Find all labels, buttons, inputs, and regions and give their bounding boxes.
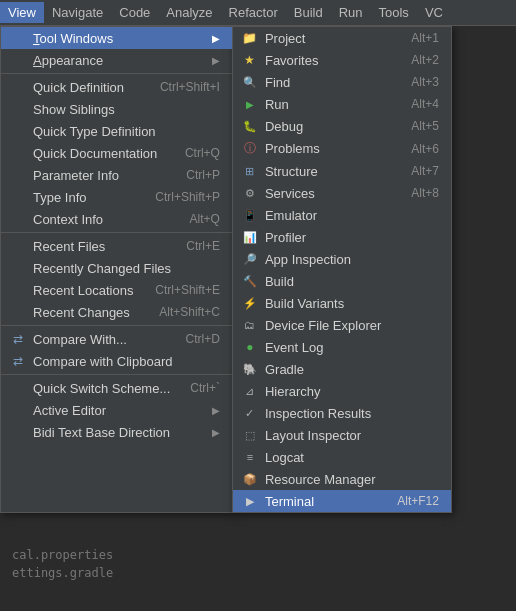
menu-item-active-editor[interactable]: Active Editor ▶	[1, 399, 232, 421]
menu-item-emulator[interactable]: 📱 Emulator	[233, 204, 451, 226]
menu-item-recent-files[interactable]: Recent Files Ctrl+E	[1, 235, 232, 257]
menu-item-show-siblings[interactable]: Show Siblings	[1, 98, 232, 120]
menu-item-problems[interactable]: ⓘ Problems Alt+6	[233, 137, 451, 160]
menu-item-app-inspection[interactable]: 🔎 App Inspection	[233, 248, 451, 270]
menu-item-layout-inspector[interactable]: ⬚ Layout Inspector	[233, 424, 451, 446]
menubar-item-vc[interactable]: VC	[417, 2, 451, 23]
quick-switch-shortcut: Ctrl+`	[190, 381, 220, 395]
emulator-icon: 📱	[241, 209, 259, 222]
recent-files-shortcut: Ctrl+E	[186, 239, 220, 253]
menu-item-build[interactable]: 🔨 Build	[233, 270, 451, 292]
menu-item-find[interactable]: 🔍 Find Alt+3	[233, 71, 451, 93]
menu-item-favorites[interactable]: ★ Favorites Alt+2	[233, 49, 451, 71]
menubar-item-tools[interactable]: Tools	[371, 2, 417, 23]
menu-item-context-info[interactable]: Context Info Alt+Q	[1, 208, 232, 230]
profiler-icon: 📊	[241, 231, 259, 244]
favorites-icon: ★	[241, 53, 259, 67]
compare-with-icon: ⇄	[9, 332, 27, 346]
problems-shortcut: Alt+6	[411, 142, 439, 156]
menubar-item-run[interactable]: Run	[331, 2, 371, 23]
services-shortcut: Alt+8	[411, 186, 439, 200]
recent-changes-label: Recent Changes	[33, 305, 139, 320]
separator-3	[1, 325, 232, 326]
type-info-shortcut: Ctrl+Shift+P	[155, 190, 220, 204]
resource-manager-label: Resource Manager	[265, 472, 439, 487]
menu-item-recent-changes[interactable]: Recent Changes Alt+Shift+C	[1, 301, 232, 323]
find-label: Find	[265, 75, 391, 90]
menu-item-tool-windows[interactable]: Tool Windows ▶	[1, 27, 232, 49]
favorites-label: Favorites	[265, 53, 391, 68]
layout-inspector-icon: ⬚	[241, 429, 259, 442]
menu-item-bidi[interactable]: Bidi Text Base Direction ▶	[1, 421, 232, 443]
menu-item-terminal[interactable]: ▶ Terminal Alt+F12	[233, 490, 451, 512]
debug-shortcut: Alt+5	[411, 119, 439, 133]
debug-icon: 🐛	[241, 120, 259, 133]
menu-item-structure[interactable]: ⊞ Structure Alt+7	[233, 160, 451, 182]
structure-shortcut: Alt+7	[411, 164, 439, 178]
app-inspection-icon: 🔎	[241, 253, 259, 266]
editor-line-1: cal.properties	[0, 546, 516, 564]
menu-item-run[interactable]: ▶ Run Alt+4	[233, 93, 451, 115]
menu-item-type-info[interactable]: Type Info Ctrl+Shift+P	[1, 186, 232, 208]
resource-manager-icon: 📦	[241, 473, 259, 486]
compare-clipboard-icon: ⇄	[9, 354, 27, 368]
menu-item-event-log[interactable]: ● Event Log	[233, 336, 451, 358]
menu-item-quick-switch[interactable]: Quick Switch Scheme... Ctrl+`	[1, 377, 232, 399]
menu-item-quick-documentation[interactable]: Quick Documentation Ctrl+Q	[1, 142, 232, 164]
gradle-label: Gradle	[265, 362, 439, 377]
tool-windows-arrow: ▶	[212, 33, 220, 44]
menu-item-compare-with[interactable]: ⇄ Compare With... Ctrl+D	[1, 328, 232, 350]
menubar-item-navigate[interactable]: Navigate	[44, 2, 111, 23]
menubar-item-code[interactable]: Code	[111, 2, 158, 23]
menubar-item-view[interactable]: View	[0, 2, 44, 23]
menu-item-hierarchy[interactable]: ⊿ Hierarchy	[233, 380, 451, 402]
menu-item-resource-manager[interactable]: 📦 Resource Manager	[233, 468, 451, 490]
build-variants-icon: ⚡	[241, 297, 259, 310]
problems-icon: ⓘ	[241, 140, 259, 157]
recently-changed-label: Recently Changed Files	[33, 261, 220, 276]
menu-item-services[interactable]: ⚙ Services Alt+8	[233, 182, 451, 204]
appearance-arrow: ▶	[212, 55, 220, 66]
recent-locations-label: Recent Locations	[33, 283, 135, 298]
menubar-item-analyze[interactable]: Analyze	[158, 2, 220, 23]
separator-2	[1, 232, 232, 233]
quick-definition-label: Quick Definition	[33, 80, 140, 95]
menu-item-quick-definition[interactable]: Quick Definition Ctrl+Shift+I	[1, 76, 232, 98]
menu-item-recently-changed[interactable]: Recently Changed Files	[1, 257, 232, 279]
services-icon: ⚙	[241, 187, 259, 200]
dropdown-right: 📁 Project Alt+1 ★ Favorites Alt+2 🔍 Find…	[232, 26, 452, 513]
menu-item-parameter-info[interactable]: Parameter Info Ctrl+P	[1, 164, 232, 186]
menu-item-build-variants[interactable]: ⚡ Build Variants	[233, 292, 451, 314]
menu-item-appearance[interactable]: Appearance ▶	[1, 49, 232, 71]
recent-locations-shortcut: Ctrl+Shift+E	[155, 283, 220, 297]
event-log-icon: ●	[241, 340, 259, 354]
find-shortcut: Alt+3	[411, 75, 439, 89]
menubar-item-refactor[interactable]: Refactor	[221, 2, 286, 23]
menu-item-quick-type-definition[interactable]: Quick Type Definition	[1, 120, 232, 142]
gradle-icon: 🐘	[241, 363, 259, 376]
menu-item-debug[interactable]: 🐛 Debug Alt+5	[233, 115, 451, 137]
debug-label: Debug	[265, 119, 391, 134]
dropdown-wrapper: Tool Windows ▶ Appearance ▶ Quick Defini…	[0, 26, 452, 513]
terminal-shortcut: Alt+F12	[397, 494, 439, 508]
menu-item-gradle[interactable]: 🐘 Gradle	[233, 358, 451, 380]
menubar-item-build[interactable]: Build	[286, 2, 331, 23]
menu-item-recent-locations[interactable]: Recent Locations Ctrl+Shift+E	[1, 279, 232, 301]
inspection-results-label: Inspection Results	[265, 406, 439, 421]
menubar: View Navigate Code Analyze Refactor Buil…	[0, 0, 516, 26]
menu-item-project[interactable]: 📁 Project Alt+1	[233, 27, 451, 49]
menu-item-logcat[interactable]: ≡ Logcat	[233, 446, 451, 468]
context-info-shortcut: Alt+Q	[190, 212, 220, 226]
project-icon: 📁	[241, 31, 259, 45]
menu-item-compare-clipboard[interactable]: ⇄ Compare with Clipboard	[1, 350, 232, 372]
terminal-icon: ▶	[241, 495, 259, 508]
bidi-arrow: ▶	[212, 427, 220, 438]
menu-item-inspection-results[interactable]: ✓ Inspection Results	[233, 402, 451, 424]
event-log-label: Event Log	[265, 340, 439, 355]
menu-item-profiler[interactable]: 📊 Profiler	[233, 226, 451, 248]
menu-item-device-file-explorer[interactable]: 🗂 Device File Explorer	[233, 314, 451, 336]
structure-label: Structure	[265, 164, 391, 179]
parameter-info-shortcut: Ctrl+P	[186, 168, 220, 182]
show-siblings-label: Show Siblings	[33, 102, 220, 117]
quick-definition-shortcut: Ctrl+Shift+I	[160, 80, 220, 94]
